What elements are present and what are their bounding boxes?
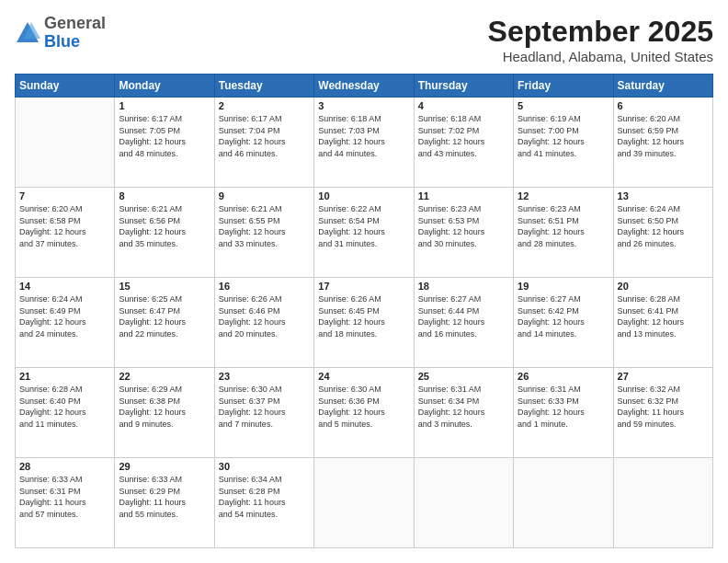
calendar-cell <box>613 458 712 548</box>
day-info: Sunrise: 6:33 AM Sunset: 6:29 PM Dayligh… <box>119 474 210 520</box>
day-info: Sunrise: 6:21 AM Sunset: 6:56 PM Dayligh… <box>119 203 210 249</box>
day-info: Sunrise: 6:23 AM Sunset: 6:53 PM Dayligh… <box>418 203 509 249</box>
calendar-cell: 8Sunrise: 6:21 AM Sunset: 6:56 PM Daylig… <box>115 188 214 278</box>
calendar-cell: 16Sunrise: 6:26 AM Sunset: 6:46 PM Dayli… <box>214 278 313 368</box>
week-row-1: 7Sunrise: 6:20 AM Sunset: 6:58 PM Daylig… <box>16 188 713 278</box>
calendar-cell: 9Sunrise: 6:21 AM Sunset: 6:55 PM Daylig… <box>214 188 313 278</box>
day-number: 19 <box>518 281 609 292</box>
day-number: 27 <box>618 371 709 382</box>
day-number: 22 <box>119 371 210 382</box>
day-info: Sunrise: 6:25 AM Sunset: 6:47 PM Dayligh… <box>119 293 210 339</box>
calendar-table: SundayMondayTuesdayWednesdayThursdayFrid… <box>15 74 713 548</box>
day-info: Sunrise: 6:18 AM Sunset: 7:03 PM Dayligh… <box>318 113 409 159</box>
day-info: Sunrise: 6:33 AM Sunset: 6:31 PM Dayligh… <box>19 474 110 520</box>
day-info: Sunrise: 6:21 AM Sunset: 6:55 PM Dayligh… <box>219 203 310 249</box>
calendar-cell: 4Sunrise: 6:18 AM Sunset: 7:02 PM Daylig… <box>414 98 513 188</box>
day-number: 9 <box>219 190 310 201</box>
week-row-4: 28Sunrise: 6:33 AM Sunset: 6:31 PM Dayli… <box>16 458 713 548</box>
calendar-cell: 6Sunrise: 6:20 AM Sunset: 6:59 PM Daylig… <box>613 98 712 188</box>
logo-text: General Blue <box>44 15 106 52</box>
day-info: Sunrise: 6:28 AM Sunset: 6:41 PM Dayligh… <box>618 293 709 339</box>
day-info: Sunrise: 6:31 AM Sunset: 6:34 PM Dayligh… <box>418 384 509 430</box>
calendar-cell <box>16 98 115 188</box>
day-info: Sunrise: 6:18 AM Sunset: 7:02 PM Dayligh… <box>418 113 509 159</box>
calendar-cell: 17Sunrise: 6:26 AM Sunset: 6:45 PM Dayli… <box>314 278 414 368</box>
calendar-cell: 23Sunrise: 6:30 AM Sunset: 6:37 PM Dayli… <box>214 368 313 458</box>
week-row-2: 14Sunrise: 6:24 AM Sunset: 6:49 PM Dayli… <box>16 278 713 368</box>
calendar-cell: 22Sunrise: 6:29 AM Sunset: 6:38 PM Dayli… <box>115 368 214 458</box>
day-info: Sunrise: 6:20 AM Sunset: 6:59 PM Dayligh… <box>618 113 709 159</box>
day-number: 12 <box>518 190 609 201</box>
day-number: 30 <box>219 461 310 472</box>
day-number: 29 <box>119 461 210 472</box>
calendar-cell: 12Sunrise: 6:23 AM Sunset: 6:51 PM Dayli… <box>514 188 613 278</box>
weekday-header-thursday: Thursday <box>414 75 513 98</box>
logo-icon <box>15 20 40 46</box>
day-number: 5 <box>518 100 609 111</box>
day-number: 3 <box>318 100 409 111</box>
day-info: Sunrise: 6:32 AM Sunset: 6:32 PM Dayligh… <box>618 384 709 430</box>
day-number: 25 <box>418 371 509 382</box>
day-info: Sunrise: 6:24 AM Sunset: 6:49 PM Dayligh… <box>19 293 110 339</box>
page: General Blue September 2025 Headland, Al… <box>0 0 728 563</box>
day-info: Sunrise: 6:19 AM Sunset: 7:00 PM Dayligh… <box>518 113 609 159</box>
day-number: 23 <box>219 371 310 382</box>
day-number: 10 <box>318 190 409 201</box>
weekday-header-wednesday: Wednesday <box>314 75 414 98</box>
calendar-cell <box>414 458 513 548</box>
week-row-3: 21Sunrise: 6:28 AM Sunset: 6:40 PM Dayli… <box>16 368 713 458</box>
day-info: Sunrise: 6:20 AM Sunset: 6:58 PM Dayligh… <box>19 203 110 249</box>
day-info: Sunrise: 6:34 AM Sunset: 6:28 PM Dayligh… <box>219 474 310 520</box>
day-info: Sunrise: 6:30 AM Sunset: 6:36 PM Dayligh… <box>318 384 409 430</box>
day-info: Sunrise: 6:26 AM Sunset: 6:45 PM Dayligh… <box>318 293 409 339</box>
calendar-cell: 24Sunrise: 6:30 AM Sunset: 6:36 PM Dayli… <box>314 368 414 458</box>
weekday-header-sunday: Sunday <box>16 75 115 98</box>
weekday-header-monday: Monday <box>115 75 214 98</box>
calendar-cell: 20Sunrise: 6:28 AM Sunset: 6:41 PM Dayli… <box>613 278 712 368</box>
day-number: 6 <box>618 100 709 111</box>
logo: General Blue <box>15 15 106 52</box>
calendar-cell: 25Sunrise: 6:31 AM Sunset: 6:34 PM Dayli… <box>414 368 513 458</box>
day-info: Sunrise: 6:17 AM Sunset: 7:04 PM Dayligh… <box>219 113 310 159</box>
day-number: 16 <box>219 281 310 292</box>
weekday-header-saturday: Saturday <box>613 75 712 98</box>
calendar-cell <box>514 458 613 548</box>
day-number: 20 <box>618 281 709 292</box>
calendar-cell: 21Sunrise: 6:28 AM Sunset: 6:40 PM Dayli… <box>16 368 115 458</box>
month-title: September 2025 <box>488 15 713 49</box>
calendar-cell: 19Sunrise: 6:27 AM Sunset: 6:42 PM Dayli… <box>514 278 613 368</box>
day-info: Sunrise: 6:30 AM Sunset: 6:37 PM Dayligh… <box>219 384 310 430</box>
day-info: Sunrise: 6:24 AM Sunset: 6:50 PM Dayligh… <box>618 203 709 249</box>
day-number: 8 <box>119 190 210 201</box>
calendar-cell: 7Sunrise: 6:20 AM Sunset: 6:58 PM Daylig… <box>16 188 115 278</box>
weekday-header-tuesday: Tuesday <box>214 75 313 98</box>
calendar-cell: 11Sunrise: 6:23 AM Sunset: 6:53 PM Dayli… <box>414 188 513 278</box>
day-number: 15 <box>119 281 210 292</box>
day-number: 4 <box>418 100 509 111</box>
day-number: 24 <box>318 371 409 382</box>
day-info: Sunrise: 6:27 AM Sunset: 6:44 PM Dayligh… <box>418 293 509 339</box>
day-info: Sunrise: 6:29 AM Sunset: 6:38 PM Dayligh… <box>119 384 210 430</box>
calendar-cell: 27Sunrise: 6:32 AM Sunset: 6:32 PM Dayli… <box>613 368 712 458</box>
day-info: Sunrise: 6:23 AM Sunset: 6:51 PM Dayligh… <box>518 203 609 249</box>
title-block: September 2025 Headland, Alabama, United… <box>488 15 713 64</box>
calendar-cell: 29Sunrise: 6:33 AM Sunset: 6:29 PM Dayli… <box>115 458 214 548</box>
calendar-cell: 15Sunrise: 6:25 AM Sunset: 6:47 PM Dayli… <box>115 278 214 368</box>
calendar-cell: 18Sunrise: 6:27 AM Sunset: 6:44 PM Dayli… <box>414 278 513 368</box>
day-info: Sunrise: 6:17 AM Sunset: 7:05 PM Dayligh… <box>119 113 210 159</box>
calendar-cell: 30Sunrise: 6:34 AM Sunset: 6:28 PM Dayli… <box>214 458 313 548</box>
day-number: 7 <box>19 190 110 201</box>
day-number: 17 <box>318 281 409 292</box>
day-number: 26 <box>518 371 609 382</box>
day-info: Sunrise: 6:26 AM Sunset: 6:46 PM Dayligh… <box>219 293 310 339</box>
weekday-header-friday: Friday <box>514 75 613 98</box>
calendar-cell: 10Sunrise: 6:22 AM Sunset: 6:54 PM Dayli… <box>314 188 414 278</box>
calendar-cell <box>314 458 414 548</box>
calendar-cell: 26Sunrise: 6:31 AM Sunset: 6:33 PM Dayli… <box>514 368 613 458</box>
day-number: 1 <box>119 100 210 111</box>
day-number: 2 <box>219 100 310 111</box>
day-number: 21 <box>19 371 110 382</box>
day-number: 14 <box>19 281 110 292</box>
day-number: 11 <box>418 190 509 201</box>
day-info: Sunrise: 6:28 AM Sunset: 6:40 PM Dayligh… <box>19 384 110 430</box>
